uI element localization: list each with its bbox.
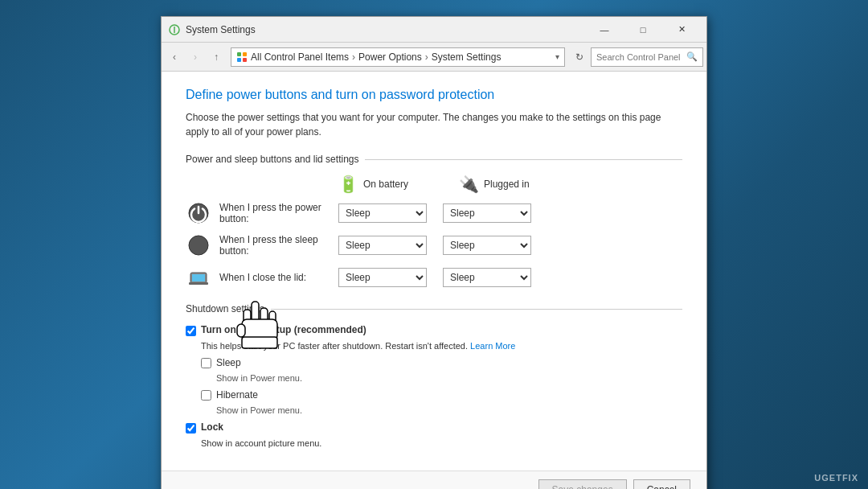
power-button-selects: Sleep Do nothing Hibernate Shut down Tur… xyxy=(338,203,531,223)
footer: Save changes Cancel xyxy=(162,471,706,489)
sleep-button-plugged-select[interactable]: Sleep Do nothing Hibernate Shut down xyxy=(443,236,531,255)
sleep-button-selects: Sleep Do nothing Hibernate Shut down Sle… xyxy=(338,236,531,255)
lock-checkbox[interactable] xyxy=(186,423,196,434)
lock-row: Lock xyxy=(186,421,682,434)
sleep-check-label: Sleep xyxy=(216,357,241,368)
refresh-button[interactable]: ↻ xyxy=(570,47,589,67)
svg-rect-4 xyxy=(243,52,247,56)
on-battery-label: On battery xyxy=(363,179,408,190)
lid-row: When I close the lid: Sleep Do nothing H… xyxy=(186,265,682,290)
watermark: UGETFIX xyxy=(814,473,858,483)
svg-rect-6 xyxy=(243,58,247,62)
content-area: Define power buttons and turn on passwor… xyxy=(162,72,706,471)
lid-plugged-select[interactable]: Sleep Do nothing Hibernate Shut down xyxy=(443,268,531,287)
sleep-checkbox[interactable] xyxy=(201,358,211,368)
sleep-button-on-battery-select[interactable]: Sleep Do nothing Hibernate Shut down xyxy=(338,236,427,255)
hibernate-check-desc: Show in Power menu. xyxy=(216,405,682,415)
page-title: Define power buttons and turn on passwor… xyxy=(186,88,682,102)
maximize-button[interactable]: □ xyxy=(624,17,661,43)
forward-button[interactable]: › xyxy=(186,47,205,67)
toolbar: ‹ › ↑ All Control Panel Items › Power Op… xyxy=(162,43,706,72)
section-header: Power and sleep buttons and lid settings xyxy=(186,154,682,165)
fast-startup-label: Turn on fast startup (recommended) xyxy=(201,324,366,335)
close-button[interactable]: ✕ xyxy=(663,17,700,43)
shutdown-section: Shutdown settings Turn on fast startup (… xyxy=(186,303,682,448)
sub-checkboxes: Sleep Show in Power menu. Hibernate Show… xyxy=(201,357,682,415)
search-icon[interactable]: 🔍 xyxy=(686,51,698,62)
lid-on-battery-select[interactable]: Sleep Do nothing Hibernate Shut down xyxy=(338,268,427,287)
svg-rect-10 xyxy=(192,274,205,281)
window-controls: — □ ✕ xyxy=(586,17,700,43)
save-changes-button[interactable]: Save changes xyxy=(538,479,627,489)
lock-label: Lock xyxy=(201,421,223,433)
plugged-in-label: Plugged in xyxy=(484,179,530,190)
titlebar: System Settings — □ ✕ xyxy=(162,17,706,43)
hibernate-checkbox[interactable] xyxy=(201,390,211,401)
hibernate-check-label: Hibernate xyxy=(216,389,258,401)
minimize-button[interactable]: — xyxy=(586,17,623,43)
address-bar: All Control Panel Items › Power Options … xyxy=(231,47,565,67)
sleep-button-label: When I press the sleep button: xyxy=(219,234,338,257)
power-button-icon xyxy=(186,200,211,226)
fast-startup-row: Turn on fast startup (recommended) xyxy=(186,324,682,336)
lock-desc: Show in account picture menu. xyxy=(201,438,682,448)
cancel-button[interactable]: Cancel xyxy=(633,479,690,489)
sleep-check-row: Sleep xyxy=(201,357,682,368)
svg-point-8 xyxy=(189,236,208,255)
window-icon xyxy=(168,23,181,36)
sleep-button-icon xyxy=(186,232,211,258)
power-sleep-section: Power and sleep buttons and lid settings… xyxy=(186,154,682,290)
up-button[interactable]: ↑ xyxy=(207,47,226,67)
plugged-in-header: 🔌 Plugged in xyxy=(459,175,563,194)
power-button-label: When I press the power button: xyxy=(219,202,338,224)
learn-more-link[interactable]: Learn More xyxy=(470,341,515,351)
window-title: System Settings xyxy=(186,24,586,35)
system-settings-window: System Settings — □ ✕ ‹ › ↑ All Control … xyxy=(161,16,707,489)
power-button-plugged-select[interactable]: Sleep Do nothing Hibernate Shut down Tur… xyxy=(443,203,531,223)
section-divider xyxy=(365,159,682,160)
svg-rect-5 xyxy=(237,58,241,62)
lid-label: When I close the lid: xyxy=(219,272,338,283)
hibernate-check-row: Hibernate xyxy=(201,389,682,401)
sleep-button-row: When I press the sleep button: Sleep Do … xyxy=(186,232,682,258)
page-description: Choose the power settings that you want … xyxy=(186,110,682,139)
control-panel-icon xyxy=(236,51,248,63)
plugged-icon: 🔌 xyxy=(459,175,479,194)
section-label: Power and sleep buttons and lid settings xyxy=(186,154,358,165)
svg-rect-3 xyxy=(237,52,241,56)
search-input[interactable] xyxy=(596,52,686,62)
lid-icon xyxy=(186,265,211,290)
power-button-row: When I press the power button: Sleep Do … xyxy=(186,200,682,226)
svg-rect-11 xyxy=(189,282,208,285)
breadcrumb-power-options[interactable]: Power Options xyxy=(358,51,422,63)
back-button[interactable]: ‹ xyxy=(165,47,184,67)
shutdown-section-header: Shutdown settings xyxy=(186,303,682,314)
battery-icon: 🔋 xyxy=(338,175,358,194)
power-button-on-battery-select[interactable]: Sleep Do nothing Hibernate Shut down Tur… xyxy=(338,203,427,223)
column-headers: 🔋 On battery 🔌 Plugged in xyxy=(338,175,682,194)
fast-startup-desc: This helps start your PC faster after sh… xyxy=(201,341,682,351)
sleep-check-desc: Show in Power menu. xyxy=(216,373,682,383)
search-box: 🔍 xyxy=(591,47,703,67)
shutdown-section-label: Shutdown settings xyxy=(186,303,264,314)
lid-selects: Sleep Do nothing Hibernate Shut down Sle… xyxy=(338,268,531,287)
breadcrumb-system-settings[interactable]: System Settings xyxy=(432,51,502,63)
breadcrumb-all-control-panel[interactable]: All Control Panel Items xyxy=(251,51,349,63)
on-battery-header: 🔋 On battery xyxy=(338,175,443,194)
shutdown-divider xyxy=(271,309,682,310)
fast-startup-checkbox[interactable] xyxy=(186,326,196,336)
